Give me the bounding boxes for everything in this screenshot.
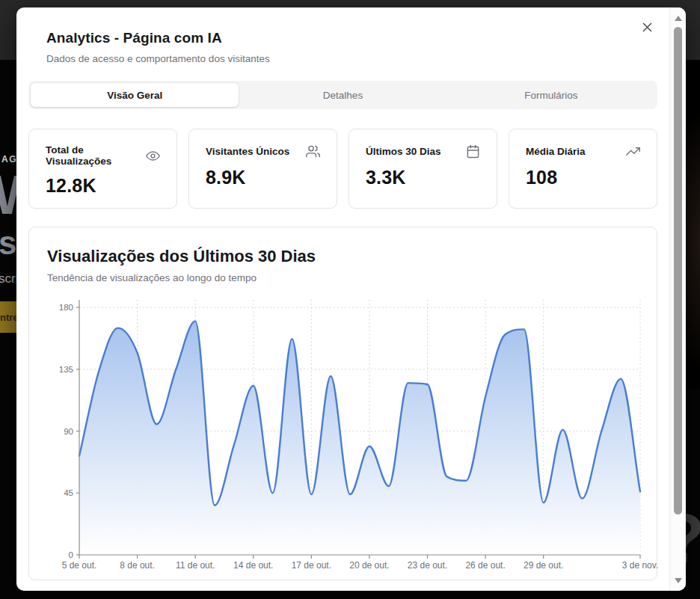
eye-icon — [146, 149, 160, 163]
close-icon — [642, 22, 653, 35]
stat-card-daily-average: Média Diária 108 — [509, 129, 657, 209]
tab-formularios[interactable]: Formulários — [447, 83, 655, 107]
stat-value: 8.9K — [206, 167, 320, 188]
views-chart-card: Visualizações dos Últimos 30 Dias Tendên… — [28, 227, 657, 580]
x-axis-tick-label: 23 de out. — [408, 560, 447, 571]
stat-label: Total de Visualizações — [46, 144, 146, 167]
stat-cards-row: Total de Visualizações 12.8K Visitantes … — [28, 129, 657, 209]
stat-value: 108 — [526, 167, 640, 188]
stat-card-total-views: Total de Visualizações 12.8K — [28, 129, 177, 209]
stat-label: Visitantes Únicos — [206, 146, 289, 157]
x-axis-tick-label: 26 de out. — [465, 560, 505, 571]
scroll-down-arrow-icon[interactable] — [670, 573, 686, 588]
stat-value: 12.8K — [46, 175, 160, 197]
views-area-chart: 045901351805 de out.8 de out.11 de out.1… — [47, 294, 649, 572]
trending-up-icon — [626, 144, 640, 159]
y-axis-tick-label: 90 — [64, 427, 73, 436]
chart-title: Visualizações dos Últimos 30 Dias — [47, 247, 639, 266]
calendar-icon — [466, 144, 480, 159]
stat-value: 3.3K — [366, 167, 480, 188]
x-axis-tick-label: 29 de out. — [524, 560, 563, 571]
x-axis-tick-label: 17 de out. — [292, 560, 331, 571]
y-axis-tick-label: 135 — [59, 365, 73, 374]
dialog-scrollbar[interactable] — [669, 7, 686, 591]
dialog-subtitle: Dados de acesso e comportamento dos visi… — [46, 53, 639, 64]
dialog-header: Analytics - Página com IA Dados de acess… — [16, 7, 669, 64]
close-button[interactable] — [636, 18, 657, 39]
stat-card-unique-visitors: Visitantes Únicos 8.9K — [188, 129, 337, 209]
stat-label: Últimos 30 Dias — [366, 146, 441, 157]
background-paragraph-fragment: scri — [0, 271, 18, 286]
x-axis-tick-label: 8 de out. — [120, 560, 155, 571]
x-axis-tick-label: 14 de out. — [233, 560, 273, 571]
y-axis-tick-label: 45 — [64, 488, 73, 497]
x-axis-tick-label: 3 de nov. — [622, 560, 658, 571]
x-axis-tick-label: 11 de out. — [176, 560, 215, 571]
stat-card-last-30-days: Últimos 30 Dias 3.3K — [349, 129, 497, 209]
users-icon — [306, 144, 320, 159]
analytics-dialog: Analytics - Página com IA Dados de acess… — [16, 7, 686, 591]
tab-detalhes[interactable]: Detalhes — [239, 83, 446, 107]
tab-visao-geral[interactable]: Visão Geral — [31, 83, 239, 107]
scrollbar-thumb[interactable] — [674, 27, 682, 514]
scroll-up-arrow-icon[interactable] — [670, 10, 686, 25]
stat-label: Média Diária — [526, 146, 586, 157]
y-axis-tick-label: 180 — [59, 303, 73, 312]
tab-bar: Visão Geral Detalhes Formulários — [28, 81, 657, 109]
dialog-title: Analytics - Página com IA — [46, 30, 639, 46]
x-axis-tick-label: 5 de out. — [62, 560, 97, 571]
x-axis-tick-label: 20 de out. — [349, 560, 389, 571]
chart-subtitle: Tendência de visualizações ao longo do t… — [47, 272, 639, 283]
y-axis-tick-label: 0 — [69, 550, 73, 559]
